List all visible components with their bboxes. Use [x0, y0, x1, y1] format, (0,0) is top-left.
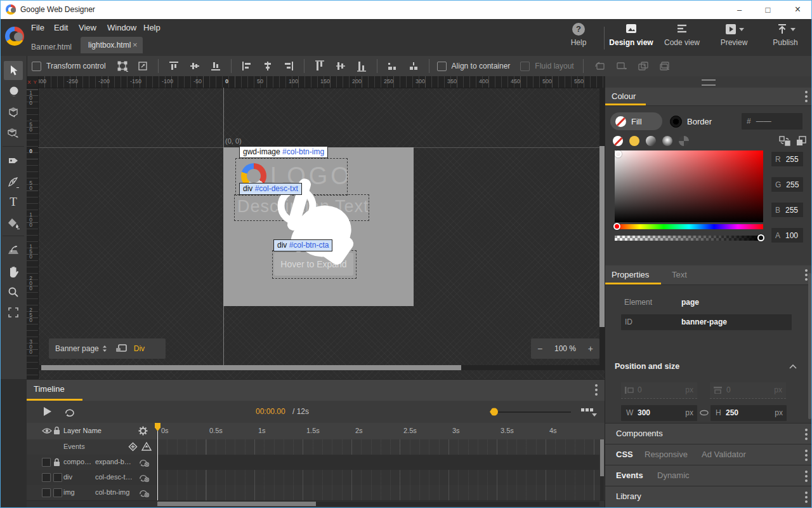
tab-css[interactable]: CSS — [616, 450, 633, 459]
hex-color-input[interactable]: # —— — [742, 113, 802, 130]
tab-properties[interactable]: Properties — [612, 270, 649, 279]
transform-control-icon[interactable] — [115, 59, 130, 73]
sv-picker-knob[interactable] — [615, 150, 622, 157]
shape-tool[interactable] — [4, 83, 23, 102]
tag-tool[interactable] — [4, 151, 23, 170]
timeline-vertical-scrollbar[interactable] — [600, 439, 604, 500]
alpha-value-field[interactable]: A100 — [771, 228, 803, 243]
tab-events[interactable]: Events — [616, 471, 643, 480]
scrollbar-thumb[interactable] — [599, 146, 605, 327]
scrollbar-thumb[interactable] — [600, 439, 604, 476]
alpha-slider[interactable] — [615, 236, 763, 241]
layer-visibility-checkbox[interactable] — [42, 488, 51, 497]
layer-visibility-checkbox[interactable] — [42, 473, 51, 482]
menu-file[interactable]: File — [31, 23, 44, 32]
description-element-label[interactable]: div #col-desc-txt — [239, 183, 302, 195]
zoom-tool[interactable] — [4, 283, 23, 302]
css-panel-menu-icon[interactable] — [805, 450, 808, 452]
visibility-eye-icon[interactable] — [42, 427, 52, 434]
align-right-icon[interactable] — [281, 59, 296, 73]
layer-row-component[interactable]: compo… expand-b… — [27, 455, 605, 471]
events-panel-menu-icon[interactable] — [805, 471, 808, 473]
scrollbar-thumb[interactable] — [157, 502, 316, 506]
preview-button[interactable]: Preview — [710, 23, 758, 53]
timeline-menu-icon[interactable] — [595, 384, 598, 387]
pattern-swatch[interactable] — [679, 136, 689, 146]
menu-window[interactable]: Window — [107, 23, 136, 32]
align-bottom-icon[interactable] — [208, 59, 223, 73]
css-panel-header[interactable]: CSS Responsive Ad Validator — [605, 444, 812, 465]
layer-locked-icon[interactable] — [53, 458, 60, 467]
keyframe-size-icon[interactable] — [581, 408, 593, 411]
components-panel-menu-icon[interactable] — [805, 429, 808, 431]
colour-panel-menu-icon[interactable] — [805, 91, 808, 93]
layer-track[interactable] — [157, 485, 599, 500]
width-field[interactable]: W 300 px — [621, 405, 697, 421]
no-repeat-icon[interactable] — [138, 458, 150, 467]
layer-row-div[interactable]: div col-desc-t… — [27, 470, 605, 486]
tab-ad-validator[interactable]: Ad Validator — [702, 450, 746, 459]
fluid-layout-checkbox[interactable] — [520, 62, 530, 71]
cta-element-label[interactable]: div #col-btn-cta — [273, 239, 332, 251]
align-left-icon[interactable] — [239, 59, 254, 73]
canvas-vertical-scrollbar[interactable] — [599, 88, 605, 365]
bring-to-front-icon[interactable] — [636, 59, 651, 73]
canvas-horizontal-scrollbar[interactable] — [38, 365, 605, 370]
stacked-colors-icon[interactable] — [796, 135, 807, 147]
layer-track[interactable] — [157, 470, 599, 485]
add-event-icon[interactable] — [128, 442, 138, 451]
no-repeat-icon[interactable] — [138, 488, 150, 497]
layer-lock-checkbox[interactable] — [53, 488, 62, 497]
timeline-zoom-knob[interactable] — [490, 408, 498, 416]
layer-visibility-checkbox[interactable] — [42, 458, 51, 467]
page-selector[interactable]: Banner page Div — [49, 338, 166, 359]
id-field[interactable]: ID banner-page — [621, 314, 792, 330]
full-view-tool[interactable] — [4, 303, 23, 322]
layer-lock-checkbox[interactable] — [53, 473, 62, 482]
transform-control-checkbox[interactable] — [32, 62, 41, 71]
hue-slider[interactable] — [615, 224, 763, 229]
menu-view[interactable]: View — [79, 23, 96, 32]
close-button[interactable]: × — [783, 0, 812, 19]
selection-tool[interactable] — [4, 61, 23, 80]
events-row[interactable]: Events — [27, 439, 605, 455]
linear-gradient-swatch[interactable] — [646, 136, 656, 146]
timeline-settings-gear-icon[interactable] — [138, 426, 148, 436]
alpha-slider-knob[interactable] — [757, 234, 764, 241]
events-track[interactable] — [157, 439, 599, 455]
align-vertical-center-icon[interactable] — [187, 59, 202, 73]
red-value-field[interactable]: R255 — [771, 152, 803, 166]
panel-drag-handle[interactable] — [702, 79, 716, 86]
design-view-button[interactable]: Design view — [607, 23, 655, 53]
height-field[interactable]: H 250 px — [710, 405, 787, 421]
distribute-vertical-center-icon[interactable] — [333, 59, 348, 73]
events-panel-header[interactable]: Events Dynamic — [605, 465, 812, 486]
move-out-of-group-icon[interactable] — [614, 59, 629, 73]
no-color-swatch[interactable] — [613, 136, 623, 146]
properties-panel-menu-icon[interactable] — [805, 269, 808, 272]
add-label-icon[interactable] — [141, 442, 152, 451]
tab-responsive[interactable]: Responsive — [645, 450, 688, 459]
layer-row-img[interactable]: img col-btn-img — [27, 485, 605, 501]
scrollbar-thumb[interactable] — [41, 365, 461, 370]
send-to-back-icon[interactable] — [657, 59, 672, 73]
tab-close-icon[interactable]: × — [133, 40, 138, 50]
playhead-line[interactable] — [157, 423, 158, 500]
distribute-top-icon[interactable] — [312, 59, 327, 73]
solid-color-swatch[interactable] — [629, 136, 639, 146]
saturation-value-picker[interactable] — [615, 150, 763, 222]
distribute-bottom-icon[interactable] — [354, 59, 369, 73]
border-toggle[interactable]: Border — [670, 112, 712, 130]
menu-edit[interactable]: Edit — [54, 23, 68, 32]
library-panel-header[interactable]: Library — [605, 486, 812, 508]
link-dimensions-icon[interactable] — [700, 410, 709, 416]
properties-scrollbar[interactable] — [808, 273, 811, 419]
colour-panel-header[interactable]: Colour — [605, 88, 812, 106]
loop-playback-icon[interactable] — [63, 406, 75, 417]
library-panel-menu-icon[interactable] — [805, 491, 808, 494]
timeline-zoom-slider[interactable] — [494, 411, 571, 413]
green-value-field[interactable]: G255 — [771, 177, 803, 192]
collapse-section-icon[interactable] — [789, 364, 797, 369]
align-to-container-checkbox[interactable] — [437, 62, 447, 71]
align-top-icon[interactable] — [166, 59, 181, 73]
